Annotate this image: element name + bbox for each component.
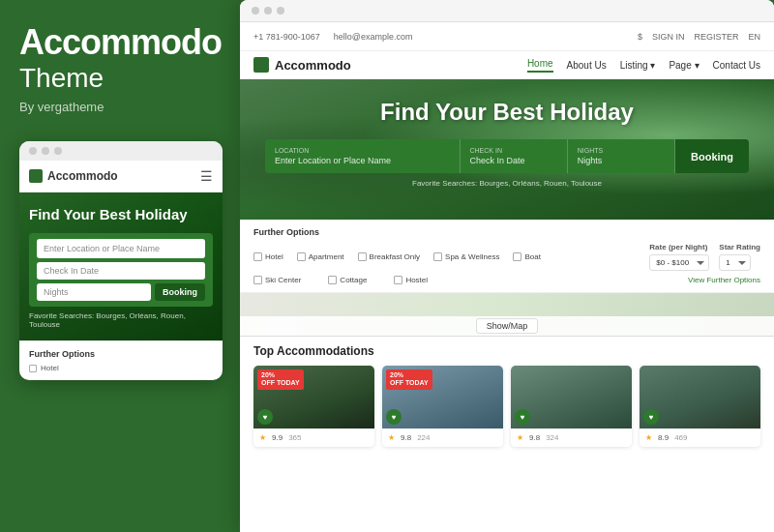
mobile-hotel-option: Hotel bbox=[29, 364, 213, 372]
desktop-phone: +1 781-900-1067 bbox=[253, 32, 320, 42]
desktop-logo-bar: Accommodo Home About Us Listing ▾ Page ▾… bbox=[240, 51, 774, 79]
desktop-lang[interactable]: EN bbox=[748, 32, 760, 42]
mobile-checkin-input[interactable]: Check In Date bbox=[37, 262, 205, 280]
options-row-2: Ski Center Cottage Hostel View Further O… bbox=[253, 276, 760, 284]
desktop-register[interactable]: REGISTER bbox=[694, 32, 738, 42]
option-boat: Boat bbox=[513, 252, 540, 261]
menu-page[interactable]: Page ▾ bbox=[669, 60, 699, 71]
show-map-button[interactable]: Show/Map bbox=[476, 318, 539, 334]
mobile-search-box: Enter Location or Place Name Check In Da… bbox=[29, 233, 213, 307]
rating-value-3: 9.8 bbox=[529, 433, 540, 442]
desktop-fav-searches: Favorite Searches: Bourges, Orléans, Rou… bbox=[412, 179, 602, 188]
rate-group: Rate (per Night) $0 - $100 bbox=[649, 243, 709, 271]
location-input[interactable]: Enter Location or Place Name bbox=[275, 156, 450, 165]
rate-select[interactable]: $0 - $100 bbox=[649, 254, 709, 271]
card-image-4: ♥ bbox=[640, 366, 760, 429]
apartment-checkbox[interactable] bbox=[297, 252, 306, 261]
accommodations-section: Top Accommodations 20%OFF TODAY ♥ ★ 9.9 … bbox=[240, 337, 774, 455]
star-group: Star Rating 1 bbox=[719, 243, 760, 271]
option-apartment: Apartment bbox=[297, 252, 344, 261]
menu-about[interactable]: About Us bbox=[567, 60, 607, 71]
menu-contact[interactable]: Contact Us bbox=[713, 60, 760, 71]
boat-checkbox[interactable] bbox=[513, 252, 521, 261]
ski-checkbox[interactable] bbox=[253, 276, 262, 284]
cottage-checkbox[interactable] bbox=[328, 276, 337, 284]
desktop-dot-2 bbox=[264, 7, 272, 15]
card-body-1: ★ 9.9 365 bbox=[253, 429, 374, 447]
cards-row: 20%OFF TODAY ♥ ★ 9.9 365 20%OFF TODAY ♥ bbox=[253, 366, 760, 447]
desktop-dot-3 bbox=[277, 7, 284, 15]
dot-3 bbox=[54, 147, 62, 155]
rating-value-2: 9.8 bbox=[401, 433, 411, 442]
menu-home[interactable]: Home bbox=[527, 58, 553, 73]
accommodation-card-4: ♥ ★ 8.9 469 bbox=[640, 366, 760, 447]
desktop-location-field[interactable]: LOCATION Enter Location or Place Name bbox=[265, 139, 461, 173]
option-hostel: Hostel bbox=[394, 276, 428, 284]
hotel-checkbox[interactable] bbox=[253, 252, 262, 261]
option-breakfast: Breakfast Only bbox=[358, 252, 420, 261]
star-icon-2: ★ bbox=[388, 433, 395, 442]
rating-value-4: 8.9 bbox=[658, 433, 669, 442]
reviews-1: 365 bbox=[288, 433, 301, 442]
checkin-input[interactable]: Check In Date bbox=[470, 156, 557, 165]
card-image-3: ♥ bbox=[511, 366, 632, 429]
view-further-options[interactable]: View Further Options bbox=[688, 276, 760, 284]
desktop-currency: $ bbox=[638, 32, 642, 42]
desktop-hero-content: Find Your Best Holiday LOCATION Enter Lo… bbox=[240, 79, 774, 188]
mobile-nights-row: Nights Booking bbox=[37, 283, 205, 301]
accommodation-card-3: ♥ ★ 9.8 324 bbox=[511, 366, 632, 447]
mobile-top-bar bbox=[19, 141, 223, 161]
desktop-logo: Accommodo bbox=[253, 57, 351, 73]
mobile-nights-input[interactable]: Nights bbox=[37, 283, 151, 301]
card-rating-4: ★ 8.9 469 bbox=[645, 433, 755, 442]
map-strip: Show/Map bbox=[240, 293, 774, 337]
desktop-top-nav: +1 781-900-1067 hello@example.com $ SIGN… bbox=[240, 22, 774, 51]
card-badge-2: 20%OFF TODAY bbox=[386, 369, 432, 390]
breakfast-checkbox[interactable] bbox=[358, 252, 367, 261]
card-rating-1: ★ 9.9 365 bbox=[259, 433, 369, 442]
star-icon-1: ★ bbox=[259, 433, 266, 442]
checkin-label: CHECK IN bbox=[470, 147, 557, 154]
card-heart-3[interactable]: ♥ bbox=[515, 409, 530, 425]
star-select[interactable]: 1 bbox=[719, 254, 751, 271]
card-body-3: ★ 9.8 324 bbox=[511, 429, 632, 447]
menu-listing[interactable]: Listing ▾ bbox=[620, 60, 656, 71]
card-image-2: 20%OFF TODAY ♥ bbox=[382, 366, 503, 429]
card-rating-2: ★ 9.8 224 bbox=[388, 433, 497, 442]
brand-by: By vergatheme bbox=[19, 100, 221, 114]
option-hotel: Hotel bbox=[253, 252, 283, 261]
further-options-section: Further Options Hotel Apartment Breakfas… bbox=[240, 220, 774, 293]
desktop-top-bar bbox=[240, 0, 774, 22]
card-heart-1[interactable]: ♥ bbox=[257, 409, 273, 425]
nights-input[interactable]: Nights bbox=[578, 156, 665, 165]
desktop-hero: Find Your Best Holiday LOCATION Enter Lo… bbox=[240, 79, 774, 220]
mobile-hotel-checkbox[interactable] bbox=[29, 365, 37, 372]
rating-value-1: 9.9 bbox=[272, 433, 283, 442]
desktop-preview: +1 781-900-1067 hello@example.com $ SIGN… bbox=[240, 0, 774, 532]
mobile-book-button[interactable]: Booking bbox=[155, 283, 205, 301]
accommodations-title: Top Accommodations bbox=[253, 344, 760, 358]
desktop-logo-icon bbox=[253, 57, 269, 73]
desktop-checkin-field[interactable]: CHECK IN Check In Date bbox=[461, 139, 568, 173]
desktop-nights-field[interactable]: NIGHTS Nights bbox=[568, 139, 675, 173]
options-right: Rate (per Night) $0 - $100 Star Rating 1 bbox=[649, 243, 760, 271]
card-heart-4[interactable]: ♥ bbox=[643, 409, 659, 425]
option-spa: Spa & Wellness bbox=[433, 252, 499, 261]
option-ski: Ski Center bbox=[253, 276, 301, 284]
mobile-hero-title: Find Your Best Holiday bbox=[29, 206, 213, 223]
dot-2 bbox=[42, 147, 49, 155]
mobile-further-options: Further Options Hotel bbox=[19, 340, 223, 380]
hostel-checkbox[interactable] bbox=[394, 276, 402, 284]
hamburger-icon[interactable]: ☰ bbox=[200, 168, 213, 184]
spa-checkbox[interactable] bbox=[433, 252, 442, 261]
reviews-2: 224 bbox=[417, 433, 430, 442]
mobile-logo-icon bbox=[29, 169, 43, 183]
desktop-book-button[interactable]: Booking bbox=[675, 139, 749, 173]
mobile-location-input[interactable]: Enter Location or Place Name bbox=[37, 239, 205, 258]
map-overlay: Show/Map bbox=[240, 316, 774, 336]
mobile-options-title: Further Options bbox=[29, 349, 213, 359]
desktop-auth-nav: $ SIGN IN REGISTER EN bbox=[638, 32, 760, 42]
card-heart-2[interactable]: ♥ bbox=[386, 409, 402, 425]
desktop-signin[interactable]: SIGN IN bbox=[652, 32, 685, 42]
mobile-preview: Accommodo ☰ Find Your Best Holiday Enter… bbox=[19, 141, 223, 380]
